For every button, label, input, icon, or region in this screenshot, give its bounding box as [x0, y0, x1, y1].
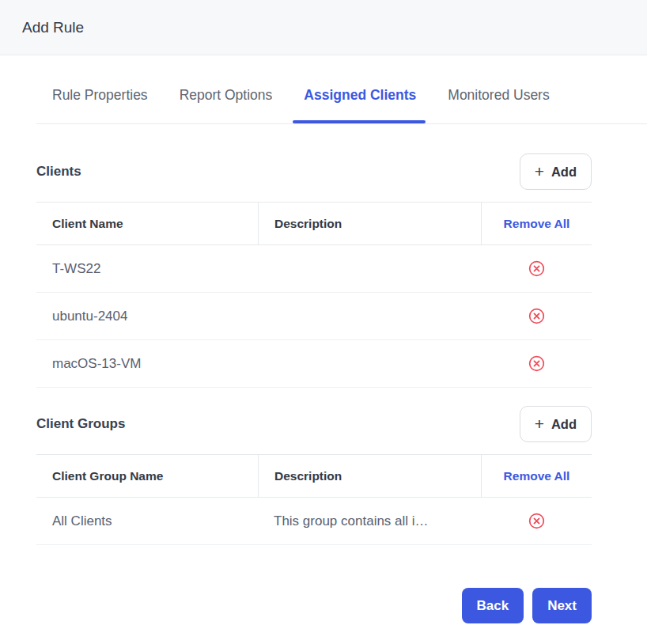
client-name-cell: T-WS22 [36, 245, 258, 292]
column-header-client-name: Client Name [36, 203, 258, 244]
group-name-cell: All Clients [36, 498, 258, 544]
column-header-description: Description [258, 455, 481, 497]
tab-assigned-clients[interactable]: Assigned Clients [288, 87, 432, 123]
circle-x-icon [528, 260, 545, 277]
clients-section-header: Clients + Add [36, 153, 592, 190]
group-description-cell: This group contains all i… [258, 498, 481, 544]
circle-x-icon [528, 308, 545, 324]
client-description-cell [258, 293, 481, 339]
client-groups-section-header: Client Groups + Add [36, 406, 592, 442]
clients-table-header: Client Name Description Remove All [36, 202, 592, 245]
client-description-cell [258, 340, 481, 387]
add-client-group-button[interactable]: + Add [520, 406, 592, 442]
remove-all-clients-link[interactable]: Remove All [481, 203, 592, 244]
plus-icon: + [535, 163, 544, 180]
add-client-group-button-label: Add [551, 417, 577, 432]
table-row: All Clients This group contains all i… [36, 498, 592, 545]
tab-report-options[interactable]: Report Options [164, 87, 289, 123]
plus-icon: + [535, 415, 544, 432]
remove-client-button[interactable] [528, 260, 545, 278]
circle-x-icon [528, 513, 545, 529]
remove-client-button[interactable] [528, 308, 545, 325]
tab-bar: Rule Properties Report Options Assigned … [36, 87, 647, 124]
client-name-cell: ubuntu-2404 [36, 293, 258, 339]
column-header-client-group-name: Client Group Name [36, 455, 258, 497]
remove-client-button[interactable] [528, 355, 545, 373]
circle-x-icon [528, 355, 545, 372]
page-title: Add Rule [22, 19, 84, 36]
back-button[interactable]: Back [462, 588, 524, 623]
assigned-clients-panel: Clients + Add Client Name Description Re… [36, 153, 592, 623]
remove-group-button[interactable] [528, 513, 545, 530]
column-header-description: Description [258, 203, 481, 244]
dialog-header: Add Rule [0, 0, 647, 55]
remove-all-groups-link[interactable]: Remove All [481, 455, 592, 497]
tab-monitored-users[interactable]: Monitored Users [432, 87, 565, 123]
clients-section-title: Clients [36, 164, 81, 180]
add-client-button-label: Add [551, 165, 577, 180]
table-row: ubuntu-2404 [36, 293, 592, 340]
table-row: macOS-13-VM [36, 340, 592, 388]
clients-table: Client Name Description Remove All T-WS2… [36, 202, 592, 388]
client-groups-table: Client Group Name Description Remove All… [36, 454, 592, 545]
client-description-cell [258, 245, 481, 292]
wizard-footer: Back Next [36, 588, 592, 623]
tab-rule-properties[interactable]: Rule Properties [36, 87, 164, 123]
client-groups-table-header: Client Group Name Description Remove All [36, 454, 592, 498]
next-button[interactable]: Next [532, 588, 592, 623]
client-name-cell: macOS-13-VM [36, 340, 258, 387]
table-row: T-WS22 [36, 245, 592, 293]
client-groups-section-title: Client Groups [36, 416, 125, 432]
add-client-button[interactable]: + Add [520, 153, 592, 190]
